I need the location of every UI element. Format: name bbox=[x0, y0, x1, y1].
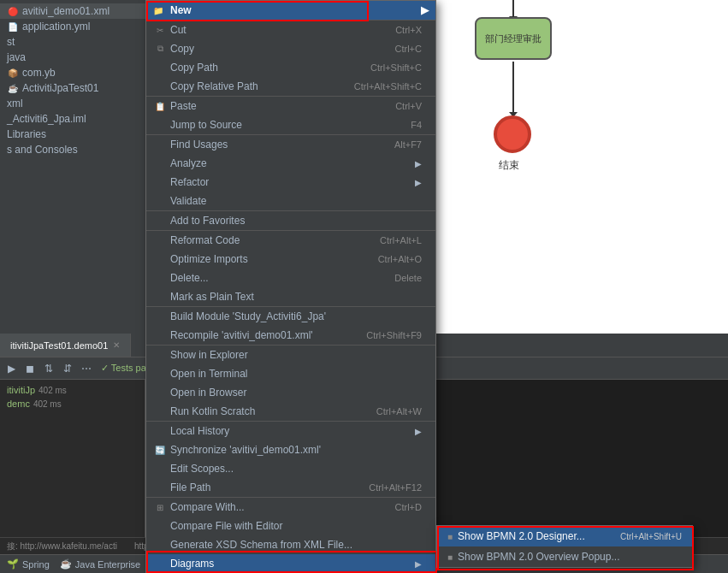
sidebar-item-libraries[interactable]: Libraries bbox=[0, 127, 149, 142]
menu-item-optimize[interactable]: Optimize Imports Ctrl+Alt+O bbox=[146, 250, 435, 269]
menu-item-build-module[interactable]: Build Module 'Study_Activiti6_Jpa' bbox=[146, 306, 435, 326]
menu-item-open-browser[interactable]: Open in Browser bbox=[146, 383, 435, 402]
menu-item-show-explorer[interactable]: Show in Explorer bbox=[146, 345, 435, 364]
test-item-2[interactable]: demc 402 ms bbox=[3, 397, 141, 411]
status-spring[interactable]: 🌱 Spring bbox=[7, 558, 50, 570]
package-icon: 📦 bbox=[7, 68, 19, 78]
bpmn-arrow-1 bbox=[512, 0, 514, 17]
menu-item-find-usages[interactable]: Find Usages Alt+F7 bbox=[146, 134, 435, 154]
menu-item-generate-xsd[interactable]: Generate XSD Schema from XML File... bbox=[146, 535, 435, 554]
menu-item-copy-path[interactable]: Copy Path Ctrl+Shift+C bbox=[146, 58, 435, 77]
menu-item-synchronize[interactable]: 🔄 Synchronize 'avitivi_demo01.xml' bbox=[146, 440, 435, 459]
menu-item-compare-editor[interactable]: Compare File with Editor bbox=[146, 517, 435, 535]
java-enterprise-icon: ☕ bbox=[60, 558, 72, 570]
menu-item-copy[interactable]: ⧉ Copy Ctrl+C bbox=[146, 39, 435, 58]
bpmn-manager-node[interactable]: 部门经理审批 bbox=[475, 17, 552, 60]
sync-icon: 🔄 bbox=[153, 446, 167, 455]
status-java-enterprise[interactable]: ☕ Java Enterprise bbox=[60, 558, 140, 570]
menu-item-validate[interactable]: Validate bbox=[146, 192, 435, 210]
menu-item-diagrams[interactable]: Diagrams ▶ bbox=[146, 554, 435, 573]
analyze-arrow: ▶ bbox=[415, 159, 422, 168]
menu-item-cut[interactable]: ✂ Cut Ctrl+X bbox=[146, 21, 435, 39]
menu-item-file-path[interactable]: File Path Ctrl+Alt+F12 bbox=[146, 478, 435, 497]
bpmn-end-label: 结束 bbox=[499, 158, 519, 173]
scissors-icon: ✂ bbox=[153, 26, 167, 35]
menu-item-copy-relative[interactable]: Copy Relative Path Ctrl+Alt+Shift+C bbox=[146, 77, 435, 96]
history-arrow: ▶ bbox=[415, 427, 422, 436]
java-icon: ☕ bbox=[7, 83, 19, 93]
console-tab-active[interactable]: itivitiJpaTest01.demo01 ✕ bbox=[0, 334, 131, 357]
toolbar-expand-btn[interactable]: ⋯ bbox=[79, 361, 94, 376]
menu-item-recompile[interactable]: Recompile 'avitivi_demo01.xml' Ctrl+Shif… bbox=[146, 326, 435, 345]
new-menu-icon: 📁 bbox=[153, 6, 163, 15]
project-sidebar: 🔴 avitivi_demo01.xml 📄 application.yml s… bbox=[0, 0, 150, 334]
test-item-1[interactable]: itivitiJp 402 ms bbox=[3, 383, 141, 397]
menu-item-jump-source[interactable]: Jump to Source F4 bbox=[146, 115, 435, 134]
paste-icon: 📋 bbox=[153, 102, 167, 111]
menu-item-analyze[interactable]: Analyze ▶ bbox=[146, 154, 435, 173]
bpmn-end-event bbox=[494, 115, 531, 153]
close-tab-icon[interactable]: ✕ bbox=[113, 340, 120, 350]
diagrams-submenu: ■ Show BPMN 2.0 Designer... Ctrl+Alt+Shi… bbox=[436, 525, 693, 568]
menu-item-delete[interactable]: Delete... Delete bbox=[146, 269, 435, 287]
yml-file-icon: 📄 bbox=[7, 21, 19, 32]
toolbar-sort2-btn[interactable]: ⇵ bbox=[60, 361, 75, 376]
menu-item-new[interactable]: 📁 New ▶ bbox=[146, 1, 435, 21]
menu-item-reformat[interactable]: Reformat Code Ctrl+Alt+L bbox=[146, 230, 435, 250]
sidebar-item-yml[interactable]: 📄 application.yml bbox=[0, 19, 149, 34]
spring-icon: 🌱 bbox=[7, 558, 19, 570]
menu-item-mark-plain[interactable]: Mark as Plain Text bbox=[146, 287, 435, 306]
menu-item-refactor[interactable]: Refactor ▶ bbox=[146, 173, 435, 192]
menu-item-edit-scopes[interactable]: Edit Scopes... bbox=[146, 459, 435, 478]
sidebar-item-com-yb[interactable]: 📦 com.yb bbox=[0, 65, 149, 80]
sidebar-item-activiti[interactable]: ☕ ActivitiJpaTest01 bbox=[0, 80, 149, 96]
menu-item-add-favorites[interactable]: Add to Favorites bbox=[146, 210, 435, 230]
menu-item-run-kotlin[interactable]: Run Kotlin Scratch Ctrl+Alt+W bbox=[146, 402, 435, 421]
new-submenu-arrow: ▶ bbox=[421, 4, 429, 16]
submenu-item-show-bpmn-designer[interactable]: ■ Show BPMN 2.0 Designer... Ctrl+Alt+Shi… bbox=[437, 526, 692, 546]
bpmn-designer-icon: ■ bbox=[447, 532, 453, 541]
sidebar-item-st[interactable]: st bbox=[0, 34, 149, 50]
refactor-arrow: ▶ bbox=[415, 178, 422, 187]
context-menu: 📁 New ▶ ✂ Cut Ctrl+X ⧉ Copy Ctrl+C Copy … bbox=[145, 0, 436, 573]
menu-item-compare-with[interactable]: ⊞ Compare With... Ctrl+D bbox=[146, 497, 435, 517]
submenu-item-show-bpmn-overview[interactable]: ■ Show BPMN 2.0 Overview Popup... bbox=[437, 546, 692, 567]
toolbar-rerun-btn[interactable]: ▶ bbox=[3, 361, 19, 376]
compare-icon: ⊞ bbox=[153, 503, 167, 512]
bpmn-arrow-2 bbox=[512, 62, 514, 113]
copy-icon: ⧉ bbox=[153, 44, 167, 54]
diagrams-arrow: ▶ bbox=[415, 559, 422, 569]
menu-item-open-terminal[interactable]: Open in Terminal bbox=[146, 364, 435, 383]
sidebar-item-iml[interactable]: _Activiti6_Jpa.iml bbox=[0, 111, 149, 127]
bpmn-overview-icon: ■ bbox=[447, 552, 453, 562]
sidebar-item-xml[interactable]: 🔴 avitivi_demo01.xml bbox=[0, 3, 149, 19]
sidebar-item-xml-folder[interactable]: xml bbox=[0, 96, 149, 111]
menu-item-paste[interactable]: 📋 Paste Ctrl+V bbox=[146, 96, 435, 115]
sidebar-item-consoles[interactable]: s and Consoles bbox=[0, 142, 149, 157]
toolbar-stop-btn[interactable]: ◼ bbox=[22, 361, 38, 376]
toolbar-sort-btn[interactable]: ⇅ bbox=[41, 361, 56, 376]
sidebar-item-java[interactable]: java bbox=[0, 50, 149, 65]
xml-file-icon: 🔴 bbox=[7, 6, 19, 16]
menu-item-local-history[interactable]: Local History ▶ bbox=[146, 421, 435, 440]
ide-background: 🔴 avitivi_demo01.xml 📄 application.yml s… bbox=[0, 0, 728, 573]
